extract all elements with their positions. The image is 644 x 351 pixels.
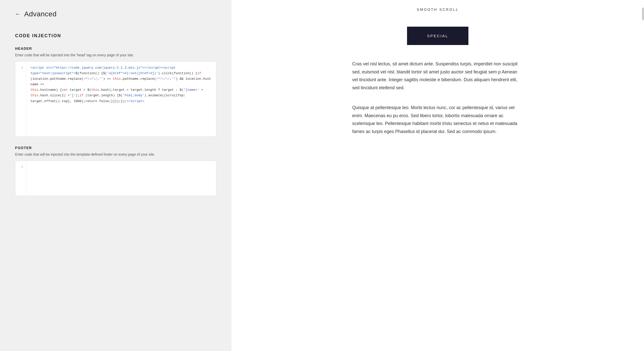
header-code-content[interactable]: <script src="https://code.jquery.com/jqu… [26,62,216,137]
back-navigation[interactable]: ← Advanced [15,10,216,18]
preview-paragraph-1: Cras vel nisl lectus, sit amet dictum an… [352,60,523,92]
left-panel: ← Advanced CODE INJECTION HEADER Enter c… [0,0,231,351]
right-panel: SMOOTH SCROLL SPECIAL Cras vel nisl lect… [231,0,644,351]
footer-line-numbers: 1 [15,161,26,196]
back-label: Advanced [24,10,57,18]
preview-text: Cras vel nisl lectus, sit amet dictum an… [342,60,533,148]
section-title: CODE INJECTION [15,33,216,38]
footer-code-content[interactable] [26,161,216,196]
header-line-numbers: 1 [15,62,26,137]
preview-paragraph-2: Quisque at pellentesque leo. Morbi lectu… [352,104,523,136]
preview-area: SMOOTH SCROLL SPECIAL Cras vel nisl lect… [231,8,644,351]
special-button[interactable]: SPECIAL [407,27,468,45]
preview-title: SMOOTH SCROLL [417,8,459,12]
header-field-description: Enter code that will be injected into th… [15,53,216,58]
footer-field-label: FOOTER [15,146,216,150]
back-arrow-icon: ← [15,11,21,17]
footer-field-description: Enter code that will be injected into th… [15,152,216,157]
footer-code-editor[interactable]: 1 [15,161,216,196]
header-code-editor[interactable]: 1 <script src="https://code.jquery.com/j… [15,61,216,137]
header-field-label: HEADER [15,47,216,51]
